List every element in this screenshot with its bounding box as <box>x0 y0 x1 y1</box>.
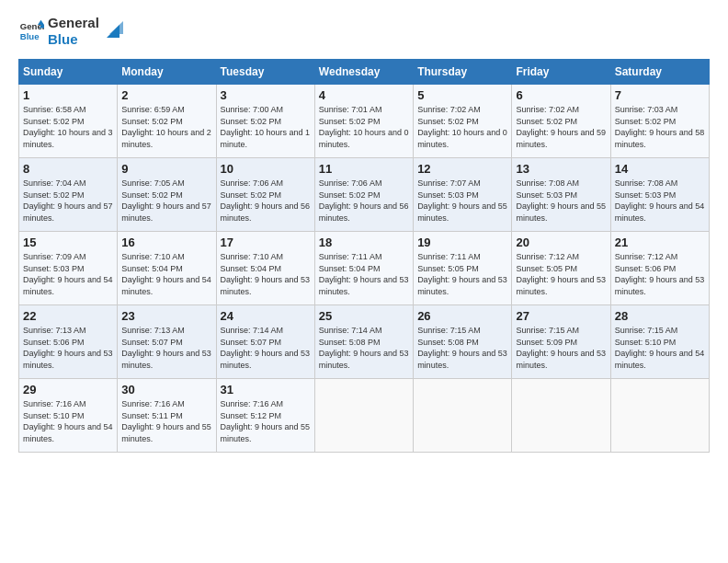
calendar-cell: 13 Sunrise: 7:08 AM Sunset: 5:03 PM Dayl… <box>512 158 610 232</box>
calendar-page: General Blue General Blue SundayMondayTu… <box>0 0 728 467</box>
daylight-label: Daylight: 9 hours and 53 minutes. <box>221 349 311 370</box>
calendar-cell: 24 Sunrise: 7:14 AM Sunset: 5:07 PM Dayl… <box>216 305 314 379</box>
calendar-cell: 16 Sunrise: 7:10 AM Sunset: 5:04 PM Dayl… <box>118 232 216 305</box>
sunrise-label: Sunrise: 7:01 AM <box>319 105 382 114</box>
sunset-label: Sunset: 5:03 PM <box>516 190 577 200</box>
day-number: 19 <box>417 236 507 249</box>
weekday-header-thursday: Thursday <box>414 60 512 85</box>
sunset-label: Sunset: 5:07 PM <box>221 338 282 347</box>
daylight-label: Daylight: 9 hours and 54 minutes. <box>615 349 705 370</box>
daylight-label: Daylight: 9 hours and 54 minutes. <box>121 275 211 296</box>
daylight-label: Daylight: 10 hours and 1 minute. <box>221 128 311 149</box>
daylight-label: Daylight: 9 hours and 53 minutes. <box>23 349 113 370</box>
calendar-cell: 18 Sunrise: 7:11 AM Sunset: 5:04 PM Dayl… <box>314 232 413 305</box>
calendar-cell: 31 Sunrise: 7:16 AM Sunset: 5:12 PM Dayl… <box>216 379 314 453</box>
sunrise-label: Sunrise: 7:03 AM <box>615 105 678 114</box>
day-info: Sunrise: 7:03 AM Sunset: 5:02 PM Dayligh… <box>615 104 705 150</box>
day-number: 16 <box>121 236 211 249</box>
day-number: 13 <box>516 162 606 176</box>
sunrise-label: Sunrise: 7:13 AM <box>23 326 86 335</box>
daylight-label: Daylight: 9 hours and 57 minutes. <box>23 201 113 223</box>
daylight-label: Daylight: 9 hours and 54 minutes. <box>23 422 113 443</box>
sunset-label: Sunset: 5:02 PM <box>23 117 85 126</box>
daylight-label: Daylight: 9 hours and 53 minutes. <box>319 275 409 296</box>
day-number: 28 <box>615 309 705 323</box>
daylight-label: Daylight: 9 hours and 53 minutes. <box>221 275 311 296</box>
day-info: Sunrise: 7:10 AM Sunset: 5:04 PM Dayligh… <box>221 251 311 297</box>
day-info: Sunrise: 7:12 AM Sunset: 5:06 PM Dayligh… <box>615 251 705 297</box>
calendar-cell: 1 Sunrise: 6:58 AM Sunset: 5:02 PM Dayli… <box>19 85 118 158</box>
sunset-label: Sunset: 5:11 PM <box>121 411 183 420</box>
sunset-label: Sunset: 5:03 PM <box>23 264 85 273</box>
sunrise-label: Sunrise: 7:14 AM <box>319 326 382 335</box>
day-number: 25 <box>319 309 409 323</box>
sunset-label: Sunset: 5:02 PM <box>23 190 85 200</box>
sunset-label: Sunset: 5:02 PM <box>516 117 577 126</box>
sunrise-label: Sunrise: 7:12 AM <box>615 252 678 261</box>
day-number: 18 <box>319 236 409 249</box>
sunset-label: Sunset: 5:10 PM <box>615 338 677 347</box>
sunset-label: Sunset: 5:10 PM <box>23 411 85 420</box>
daylight-label: Daylight: 9 hours and 55 minutes. <box>221 422 311 443</box>
sunrise-label: Sunrise: 7:10 AM <box>121 252 185 261</box>
sunrise-label: Sunrise: 7:12 AM <box>516 252 579 261</box>
daylight-label: Daylight: 9 hours and 53 minutes. <box>615 275 705 296</box>
daylight-label: Daylight: 9 hours and 55 minutes. <box>417 201 507 223</box>
calendar-cell: 14 Sunrise: 7:08 AM Sunset: 5:03 PM Dayl… <box>610 158 709 232</box>
calendar-cell: 5 Sunrise: 7:02 AM Sunset: 5:02 PM Dayli… <box>414 85 512 158</box>
sunrise-label: Sunrise: 7:02 AM <box>516 105 579 114</box>
logo-text-general: General <box>48 15 99 31</box>
sunset-label: Sunset: 5:02 PM <box>221 190 282 200</box>
day-info: Sunrise: 7:14 AM Sunset: 5:08 PM Dayligh… <box>319 325 409 371</box>
weekday-header-wednesday: Wednesday <box>314 60 413 85</box>
sunset-label: Sunset: 5:02 PM <box>221 117 282 126</box>
calendar-cell: 3 Sunrise: 7:00 AM Sunset: 5:02 PM Dayli… <box>216 85 314 158</box>
calendar-cell: 7 Sunrise: 7:03 AM Sunset: 5:02 PM Dayli… <box>610 85 709 158</box>
svg-text:Blue: Blue <box>20 31 40 41</box>
logo-icon: General Blue <box>18 18 44 44</box>
daylight-label: Daylight: 9 hours and 53 minutes. <box>121 349 211 370</box>
sunrise-label: Sunrise: 7:08 AM <box>516 178 579 188</box>
calendar-cell: 21 Sunrise: 7:12 AM Sunset: 5:06 PM Dayl… <box>610 232 709 305</box>
calendar-cell: 19 Sunrise: 7:11 AM Sunset: 5:05 PM Dayl… <box>414 232 512 305</box>
day-info: Sunrise: 7:06 AM Sunset: 5:02 PM Dayligh… <box>319 178 409 224</box>
day-info: Sunrise: 7:02 AM Sunset: 5:02 PM Dayligh… <box>417 104 507 150</box>
calendar-cell <box>512 379 610 453</box>
day-info: Sunrise: 7:10 AM Sunset: 5:04 PM Dayligh… <box>121 251 211 297</box>
daylight-label: Daylight: 9 hours and 53 minutes. <box>516 349 606 370</box>
daylight-label: Daylight: 10 hours and 3 minutes. <box>23 128 113 149</box>
sunset-label: Sunset: 5:08 PM <box>417 338 479 347</box>
day-number: 12 <box>417 162 507 176</box>
sunset-label: Sunset: 5:02 PM <box>417 117 479 126</box>
calendar-week-3: 15 Sunrise: 7:09 AM Sunset: 5:03 PM Dayl… <box>19 232 710 305</box>
sunrise-label: Sunrise: 7:06 AM <box>221 178 284 188</box>
day-info: Sunrise: 6:58 AM Sunset: 5:02 PM Dayligh… <box>23 104 113 150</box>
daylight-label: Daylight: 10 hours and 2 minutes. <box>121 128 211 149</box>
sunrise-label: Sunrise: 7:15 AM <box>417 326 481 335</box>
sunrise-label: Sunrise: 7:07 AM <box>417 178 481 188</box>
day-number: 31 <box>221 383 311 396</box>
calendar-cell: 6 Sunrise: 7:02 AM Sunset: 5:02 PM Dayli… <box>512 85 610 158</box>
daylight-label: Daylight: 10 hours and 0 minutes. <box>417 128 507 149</box>
day-number: 7 <box>615 88 705 102</box>
day-number: 29 <box>23 383 113 396</box>
sunset-label: Sunset: 5:06 PM <box>615 264 677 273</box>
sunrise-label: Sunrise: 7:14 AM <box>221 326 284 335</box>
sunset-label: Sunset: 5:02 PM <box>615 117 677 126</box>
calendar-week-2: 8 Sunrise: 7:04 AM Sunset: 5:02 PM Dayli… <box>19 158 710 232</box>
day-number: 20 <box>516 236 606 249</box>
day-info: Sunrise: 7:11 AM Sunset: 5:04 PM Dayligh… <box>319 251 409 297</box>
calendar-cell: 2 Sunrise: 6:59 AM Sunset: 5:02 PM Dayli… <box>118 85 216 158</box>
day-info: Sunrise: 7:07 AM Sunset: 5:03 PM Dayligh… <box>417 178 507 224</box>
header: General Blue General Blue <box>18 15 710 48</box>
sunrise-label: Sunrise: 7:02 AM <box>417 105 481 114</box>
day-info: Sunrise: 6:59 AM Sunset: 5:02 PM Dayligh… <box>121 104 211 150</box>
calendar-cell: 28 Sunrise: 7:15 AM Sunset: 5:10 PM Dayl… <box>610 305 709 379</box>
sunset-label: Sunset: 5:05 PM <box>417 264 479 273</box>
day-info: Sunrise: 7:14 AM Sunset: 5:07 PM Dayligh… <box>221 325 311 371</box>
daylight-label: Daylight: 9 hours and 56 minutes. <box>319 201 409 223</box>
day-info: Sunrise: 7:16 AM Sunset: 5:11 PM Dayligh… <box>121 398 211 444</box>
day-number: 2 <box>121 88 211 102</box>
sunrise-label: Sunrise: 7:16 AM <box>23 399 86 408</box>
sunrise-label: Sunrise: 7:16 AM <box>221 399 284 408</box>
